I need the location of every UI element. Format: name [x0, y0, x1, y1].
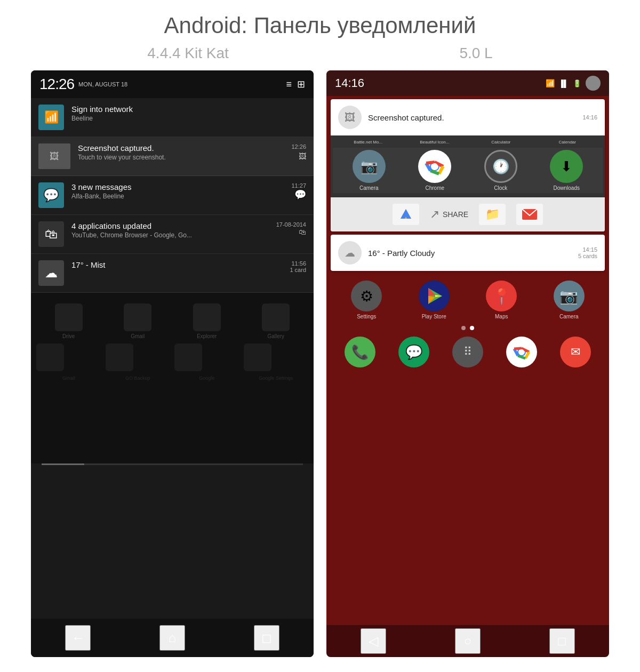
lollipop-app-chrome-label: Chrome	[425, 185, 444, 191]
kitkat-notif-apps[interactable]: 🛍 4 applications updated YouTube, Chrome…	[31, 215, 314, 254]
weather-icon: ☁	[45, 266, 58, 281]
lollipop-dock-maps-label: Maps	[495, 314, 508, 319]
kitkat-notif-network-content: Sign into network Beeline	[71, 105, 306, 122]
lollipop-phone-icon[interactable]: 📞	[345, 337, 375, 367]
lollipop-apps-icon[interactable]: ⠿	[452, 337, 483, 367]
lollipop-dock-camera-label: Camera	[559, 314, 579, 319]
lollipop-time: 14:16	[335, 76, 364, 90]
lollipop-weather-avatar: ☁	[338, 241, 362, 265]
lollipop-weather-time-block: 14:15 5 cards	[578, 246, 597, 259]
kitkat-back-button[interactable]: ←	[65, 625, 91, 651]
kitkat-notif-screenshot-title: Screenshot captured.	[78, 143, 291, 153]
lollipop-share-drive-icon[interactable]	[393, 204, 419, 225]
kitkat-notif-apps-icon: 🛍	[38, 221, 64, 247]
camera-app-icon: 📷	[353, 150, 386, 183]
kitkat-version-label: 4.4.4 Kit Kat	[147, 45, 229, 62]
lollipop-bottom-row: 📞 💬 ⠿ ✉	[331, 332, 605, 372]
lollipop-avatar	[586, 76, 601, 91]
kitkat-notif-network[interactable]: 📶 Sign into network Beeline	[31, 98, 314, 137]
lollipop-share-folder-icon[interactable]: 📁	[479, 204, 506, 225]
kitkat-notif-messages-icon: 💬	[38, 182, 64, 208]
kitkat-home-app-grid: Drive Gmail Explorer Gallery	[36, 298, 308, 386]
phones-container: 12:26 MON, AUGUST 18 ≡ ⊞ 📶 Sign into net…	[0, 70, 640, 657]
lollipop-app-clock[interactable]: 🕐 Clock	[469, 150, 533, 191]
lollipop-weather-time: 14:15	[582, 246, 597, 253]
kitkat-scrollbar[interactable]	[42, 463, 303, 465]
lollipop-back-button[interactable]: ◁	[361, 628, 386, 654]
settings-dock-icon: ⚙	[351, 281, 382, 311]
screenshot-card-icon: 🖼	[345, 111, 355, 124]
lollipop-share-button[interactable]: ↗ SHARE	[430, 207, 468, 221]
lollipop-recent-button[interactable]: □	[549, 628, 575, 654]
lollipop-screenshot-title: Screenshot captured.	[368, 113, 578, 122]
kitkat-app-explorer-label: Explorer	[197, 333, 217, 339]
kitkat-notif-messages-time: 11:27 💬	[291, 182, 306, 201]
lollipop-dots-indicator	[331, 324, 605, 332]
store-badge-icon: 🛍	[299, 228, 306, 236]
lollipop-screenshot-card[interactable]: 🖼 Screenshot captured. 14:16 Battle.net …	[331, 99, 605, 231]
lollipop-phone: 14:16 📶 ▐▌ 🔋 🖼 Screenshot captured. 14:1…	[326, 70, 609, 657]
store-icon: 🛍	[45, 227, 58, 242]
lollipop-screenshot-time: 14:16	[582, 114, 597, 121]
kitkat-grid-icon: ⊞	[297, 78, 305, 90]
lollipop-version-label: 5.0 L	[459, 45, 492, 62]
kitkat-status-bar: 12:26 MON, AUGUST 18 ≡ ⊞	[31, 70, 314, 98]
lollipop-gmail-bottom-icon[interactable]: ✉	[560, 337, 591, 367]
lollipop-app-camera[interactable]: 📷 Camera	[337, 150, 401, 191]
signal-icon: 📶	[44, 110, 59, 124]
kitkat-home-screen: Drive Gmail Explorer Gallery	[31, 293, 314, 463]
folder-icon: 📁	[485, 207, 500, 221]
lollipop-dock-maps[interactable]: 📍 Maps	[470, 281, 533, 319]
lollipop-dock-playstore[interactable]: Play Store	[403, 281, 466, 319]
dot-1	[461, 326, 466, 330]
lollipop-chrome-bottom-icon[interactable]	[506, 337, 537, 367]
lollipop-dock-settings-label: Settings	[357, 314, 376, 319]
kitkat-home-button[interactable]: ⌂	[159, 625, 185, 651]
lollipop-share-gmail-icon[interactable]	[516, 204, 543, 225]
kitkat-notif-network-sub: Beeline	[71, 115, 306, 122]
lollipop-nav-bar: ◁ ○ □	[326, 625, 609, 657]
kitkat-notif-network-title: Sign into network	[71, 105, 306, 114]
lollipop-app-label-calendar: Calendar	[534, 140, 601, 145]
lollipop-screenshot-avatar: 🖼	[338, 106, 362, 129]
lollipop-status-icons: 📶 ▐▌ 🔋	[546, 76, 601, 91]
kitkat-app-gallery-label: Gallery	[267, 333, 284, 339]
downloads-app-icon: ⬇	[550, 150, 583, 183]
lollipop-app-clock-label: Clock	[494, 185, 507, 191]
svg-point-2	[431, 163, 438, 170]
messages-badge-icon: 💬	[294, 189, 306, 201]
kitkat-app-gobackup-label: GO Backup	[106, 375, 171, 381]
kitkat-nav-bar: ← ⌂ ◻	[31, 619, 314, 657]
kitkat-time: 12:26	[39, 76, 74, 93]
lollipop-weather-card[interactable]: ☁ 16° - Partly Cloudy 14:15 5 cards	[331, 235, 605, 271]
kitkat-notif-screenshot-time: 12:26 🖼	[291, 143, 306, 161]
kitkat-recent-button[interactable]: ◻	[254, 625, 279, 651]
lollipop-weather-title: 16° - Partly Cloudy	[368, 249, 578, 258]
maps-dock-icon: 📍	[486, 281, 517, 311]
playstore-dock-icon	[419, 281, 450, 311]
camera-dock-icon: 📷	[554, 281, 585, 311]
kitkat-notif-apps-sub: YouTube, Chrome Browser - Google, Go...	[71, 231, 276, 239]
kitkat-notif-weather-title: 17° - Mist	[71, 260, 290, 269]
lollipop-app-grid: Battle.net Mo... Beautiful Icon... Calcu…	[331, 135, 605, 197]
kitkat-notif-weather[interactable]: ☁ 17° - Mist 11:56 1 card	[31, 254, 314, 293]
battery-icon: 🔋	[573, 79, 581, 87]
kitkat-notif-apps-content: 4 applications updated YouTube, Chrome B…	[71, 221, 276, 239]
lollipop-screenshot-card-header: 🖼 Screenshot captured. 14:16	[331, 99, 605, 135]
lollipop-dock-settings[interactable]: ⚙ Settings	[335, 281, 398, 319]
kitkat-notif-messages[interactable]: 💬 3 new messages Alfa-Bank, Beeline 11:2…	[31, 176, 314, 215]
lollipop-home-button[interactable]: ○	[455, 628, 481, 654]
lollipop-app-chrome[interactable]: Chrome	[403, 150, 467, 191]
kitkat-notif-screenshot[interactable]: 🖼 Screenshot captured. Touch to view you…	[31, 137, 314, 176]
lollipop-notification-cards: 🖼 Screenshot captured. 14:16 Battle.net …	[326, 96, 609, 274]
lollipop-dock-row: ⚙ Settings Play Store 📍 Maps 📷 Camera	[331, 276, 605, 324]
kitkat-notif-messages-sub: Alfa-Bank, Beeline	[71, 193, 291, 200]
kitkat-notif-screenshot-sub: Touch to view your screenshot.	[78, 154, 291, 161]
lollipop-home-screen: ⚙ Settings Play Store 📍 Maps 📷 Camera	[326, 274, 609, 374]
kitkat-app-gallery: Gallery	[244, 303, 309, 339]
lollipop-dock-camera[interactable]: 📷 Camera	[538, 281, 601, 319]
lollipop-hangouts-icon[interactable]: 💬	[398, 337, 429, 367]
lollipop-app-downloads[interactable]: ⬇ Downloads	[535, 150, 599, 191]
lollipop-app-label-calculator: Calculator	[468, 140, 534, 145]
chrome-app-icon	[418, 150, 451, 183]
